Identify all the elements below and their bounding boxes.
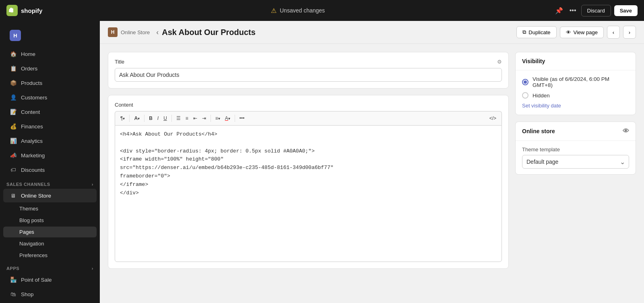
format-btn[interactable]: ¶ ▾ xyxy=(118,114,127,123)
online-store-panel-body: Theme template Default page Contact Cust… xyxy=(516,141,636,174)
ol-btn[interactable]: ≡ xyxy=(184,114,190,123)
theme-template-select[interactable]: Default page Contact Custom xyxy=(522,155,629,169)
sidebar-item-content[interactable]: 📝 Content xyxy=(3,105,97,119)
content-icon: 📝 xyxy=(10,108,17,115)
eye-icon: 👁 xyxy=(566,29,571,35)
settings-icon[interactable]: ⚙ xyxy=(497,59,502,65)
sidebar-item-discounts[interactable]: 🏷 Discounts xyxy=(3,163,97,177)
sidebar-sub-label-navigation: Navigation xyxy=(19,241,44,247)
online-store-eye-icon[interactable]: 👁 xyxy=(623,128,629,135)
outdent-btn[interactable]: ⇤ xyxy=(191,114,199,123)
page-title: Ask About Our Products xyxy=(162,28,256,37)
online-store-panel: Online store 👁 Theme template Default pa… xyxy=(515,122,636,175)
align-btn[interactable]: ≡ ▾ xyxy=(213,114,222,123)
sidebar: H 🏠 Home 📋 Orders 📦 Products 👤 Customers… xyxy=(0,21,100,303)
sidebar-label-shop: Shop xyxy=(21,291,34,297)
hidden-radio-circle[interactable] xyxy=(522,92,528,99)
next-page-button[interactable]: › xyxy=(623,26,636,39)
code-view-btn[interactable]: </> xyxy=(487,114,498,123)
sidebar-item-customers[interactable]: 👤 Customers xyxy=(3,91,97,104)
prev-page-button[interactable]: ‹ xyxy=(607,26,620,39)
more-options-icon[interactable]: ••• xyxy=(568,5,578,16)
sales-channels-section: Sales channels › xyxy=(0,177,100,188)
sidebar-item-finances[interactable]: 💰 Finances xyxy=(3,120,97,133)
visibility-panel-body: Visible (as of 6/6/2024, 6:00 PM GMT+8) … xyxy=(516,70,636,115)
apps-chevron[interactable]: › xyxy=(92,266,93,271)
toolbar-divider-4 xyxy=(211,115,211,122)
unsaved-changes-label: Unsaved changes xyxy=(280,7,325,14)
sidebar-item-home[interactable]: 🏠 Home xyxy=(3,47,97,61)
store-favicon: H xyxy=(108,27,118,37)
hidden-label: Hidden xyxy=(533,93,550,99)
toolbar-divider-2 xyxy=(144,115,144,122)
discard-button[interactable]: Discard xyxy=(581,5,611,16)
title-card: Title ⚙ xyxy=(108,52,509,89)
rte-content[interactable]: <h4>Ask About Our Products</h4> <div sty… xyxy=(115,125,502,262)
sidebar-sub-label-blog-posts: Blog posts xyxy=(19,217,44,223)
set-visibility-link[interactable]: Set visibility date xyxy=(522,103,561,109)
sidebar-item-shop[interactable]: 🛍 Shop xyxy=(3,287,97,301)
save-button[interactable]: Save xyxy=(614,5,638,16)
title-field-label: Title ⚙ xyxy=(115,59,502,65)
more-btn[interactable]: ••• xyxy=(237,114,247,123)
sidebar-label-discounts: Discounts xyxy=(21,167,45,173)
online-store-title: Online store xyxy=(522,128,555,134)
sidebar-sub-navigation[interactable]: Navigation xyxy=(3,238,97,249)
visibility-panel-header: Visibility xyxy=(516,52,636,70)
orders-icon: 📋 xyxy=(10,65,17,72)
sidebar-sub-preferences[interactable]: Preferences xyxy=(3,250,97,261)
pin-icon[interactable]: 📌 xyxy=(553,5,565,16)
back-button[interactable]: ‹ xyxy=(156,28,159,37)
hidden-radio-item[interactable]: Hidden xyxy=(522,92,629,99)
sidebar-item-analytics[interactable]: 📊 Analytics xyxy=(3,134,97,148)
theme-template-select-wrapper: Default page Contact Custom xyxy=(522,155,629,169)
sidebar-item-marketing[interactable]: 📣 Marketing xyxy=(3,148,97,162)
sidebar-item-pos[interactable]: 🏪 Point of Sale xyxy=(3,273,97,287)
customers-icon: 👤 xyxy=(10,94,17,101)
sidebar-label-orders: Orders xyxy=(21,66,37,72)
analytics-icon: 📊 xyxy=(10,137,17,144)
font-btn[interactable]: A ▾ xyxy=(132,114,142,123)
sidebar-sub-label-preferences: Preferences xyxy=(19,252,47,258)
sidebar-sub-pages[interactable]: Pages xyxy=(3,227,97,237)
shop-icon: 🛍 xyxy=(10,291,17,298)
discounts-icon: 🏷 xyxy=(10,166,17,173)
topbar-actions: 📌 ••• Discard Save xyxy=(553,5,638,16)
font-color-btn[interactable]: A ▾ xyxy=(223,114,232,123)
sidebar-label-finances: Finances xyxy=(21,124,43,130)
sidebar-sub-themes[interactable]: Themes xyxy=(3,203,97,214)
main-layout: H 🏠 Home 📋 Orders 📦 Products 👤 Customers… xyxy=(0,21,644,303)
view-page-label: View page xyxy=(574,29,598,35)
underline-btn[interactable]: U xyxy=(161,114,169,123)
title-input[interactable] xyxy=(115,68,502,82)
sidebar-sub-label-themes: Themes xyxy=(19,206,38,212)
editor-panel: Title ⚙ Content ¶ ▾ A ▾ xyxy=(108,52,509,295)
right-panel: Visibility Visible (as of 6/6/2024, 6:00… xyxy=(515,52,636,295)
content-card: Content ¶ ▾ A ▾ B I U ☰ ≡ ⇤ xyxy=(108,95,509,269)
sidebar-item-orders[interactable]: 📋 Orders xyxy=(3,62,97,75)
logo-icon xyxy=(6,5,18,16)
sales-channels-chevron[interactable]: › xyxy=(92,182,93,187)
sidebar-label-content: Content xyxy=(21,109,40,115)
visible-radio-circle[interactable] xyxy=(522,79,528,85)
store-selector[interactable]: H xyxy=(3,26,97,45)
sidebar-label-analytics: Analytics xyxy=(21,138,43,144)
sidebar-item-online-store[interactable]: 🖥 Online Store xyxy=(3,189,97,202)
ul-btn[interactable]: ☰ xyxy=(174,114,183,123)
view-page-button[interactable]: 👁 View page xyxy=(560,27,604,38)
sidebar-label-home: Home xyxy=(21,51,35,57)
pos-icon: 🏪 xyxy=(10,276,17,283)
indent-btn[interactable]: ⇥ xyxy=(200,114,208,123)
bold-btn[interactable]: B xyxy=(147,114,155,123)
duplicate-icon: ⧉ xyxy=(522,29,526,35)
duplicate-button[interactable]: ⧉ Duplicate xyxy=(516,26,556,38)
sidebar-sub-blog-posts[interactable]: Blog posts xyxy=(3,215,97,226)
sidebar-item-products[interactable]: 📦 Products xyxy=(3,76,97,90)
toolbar-divider-1 xyxy=(129,115,130,122)
products-icon: 📦 xyxy=(10,79,17,87)
visibility-panel: Visibility Visible (as of 6/6/2024, 6:00… xyxy=(515,52,636,115)
shopify-wordmark: shopify xyxy=(21,7,42,14)
visible-radio-item[interactable]: Visible (as of 6/6/2024, 6:00 PM GMT+8) xyxy=(522,76,629,88)
sidebar-label-customers: Customers xyxy=(21,95,47,101)
italic-btn[interactable]: I xyxy=(155,114,161,123)
